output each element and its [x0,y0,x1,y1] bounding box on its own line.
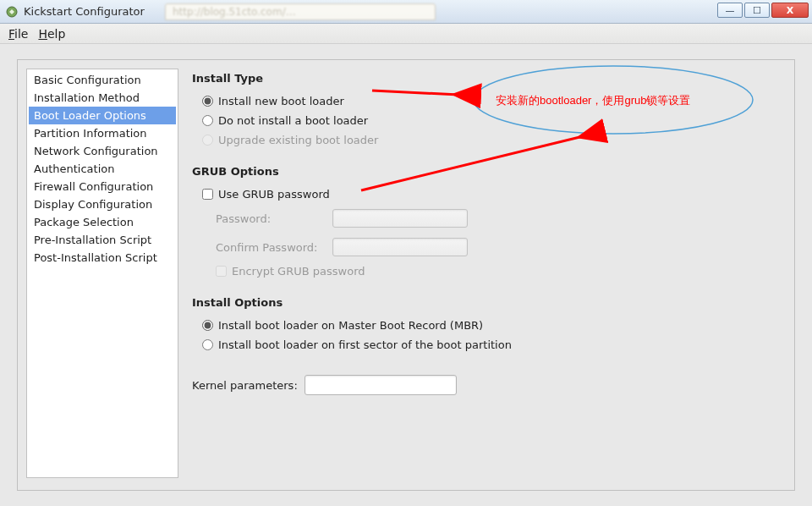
titlebar: Kickstart Configurator http://blog.51cto… [0,0,812,24]
password-row: Password: [216,204,779,233]
radio-mbr[interactable]: Install boot loader on Master Boot Recor… [192,316,779,335]
install-type-title: Install Type [192,72,779,85]
radio-first-sector-label: Install boot loader on first sector of t… [218,338,512,351]
menu-file[interactable]: File [8,27,28,41]
minimize-button[interactable]: — [717,3,743,18]
content-frame: Basic Configuration Installation Method … [17,59,795,491]
radio-install-new-label: Install new boot loader [218,95,344,107]
grub-password-subpanel: Password: Confirm Password: Encrypt GRUB… [216,204,779,281]
kernel-params-label: Kernel parameters: [192,379,298,392]
menu-help[interactable]: Help [38,27,65,41]
checkbox-use-grub-password[interactable]: Use GRUB password [192,184,779,204]
radio-install-none[interactable]: Do not install a boot loader [192,111,779,130]
sidebar-item-partition[interactable]: Partition Information [29,124,176,142]
password-label: Password: [216,212,326,225]
close-button[interactable]: X [771,3,809,18]
grub-options-title: GRUB Options [192,165,779,178]
sidebar-item-auth[interactable]: Authentication [29,160,176,178]
kernel-params-row: Kernel parameters: [192,375,779,395]
maximize-button[interactable]: ☐ [744,3,770,18]
sidebar: Basic Configuration Installation Method … [26,69,178,478]
window-controls: — ☐ X [716,3,809,18]
menubar: File Help [0,24,812,44]
confirm-password-label: Confirm Password: [216,241,326,254]
checkbox-encrypt-grub: Encrypt GRUB password [216,261,779,281]
window-title: Kickstart Configurator [24,5,145,18]
sidebar-item-postscript[interactable]: Post-Installation Script [29,249,176,267]
radio-first-sector[interactable]: Install boot loader on first sector of t… [192,335,779,355]
sidebar-item-network[interactable]: Network Configuration [29,142,176,160]
sidebar-item-prescript[interactable]: Pre-Installation Script [29,231,176,249]
checkbox-use-grub-password-label: Use GRUB password [218,188,330,201]
app-icon [5,5,19,19]
radio-install-upgrade: Upgrade existing boot loader [192,130,779,150]
confirm-password-field [332,238,468,256]
radio-install-none-input[interactable] [202,115,213,126]
install-options-title: Install Options [192,296,779,309]
main-panel: Install Type Install new boot loader Do … [189,69,782,478]
sidebar-item-basic[interactable]: Basic Configuration [29,71,176,89]
confirm-password-row: Confirm Password: [216,233,779,261]
radio-first-sector-input[interactable] [202,339,213,350]
checkbox-encrypt-grub-input [216,266,227,277]
checkbox-encrypt-grub-label: Encrypt GRUB password [232,265,365,278]
radio-mbr-input[interactable] [202,320,213,331]
background-tab-blur: http://blog.51cto.com/… [165,3,436,20]
radio-mbr-label: Install boot loader on Master Boot Recor… [218,319,483,332]
sidebar-item-display[interactable]: Display Configuration [29,195,176,213]
sidebar-item-bootloader[interactable]: Boot Loader Options [29,107,176,124]
sidebar-item-installmethod[interactable]: Installation Method [29,89,176,107]
radio-install-upgrade-input [202,135,213,146]
radio-install-new-input[interactable] [202,96,213,107]
sidebar-item-firewall[interactable]: Firewall Configuration [29,178,176,195]
checkbox-use-grub-password-input[interactable] [202,189,213,200]
sidebar-item-packages[interactable]: Package Selection [29,213,176,231]
kernel-params-input[interactable] [304,375,457,395]
radio-install-new[interactable]: Install new boot loader [192,91,779,111]
radio-install-upgrade-label: Upgrade existing boot loader [218,134,378,146]
password-field [332,209,468,228]
radio-install-none-label: Do not install a boot loader [218,114,368,127]
